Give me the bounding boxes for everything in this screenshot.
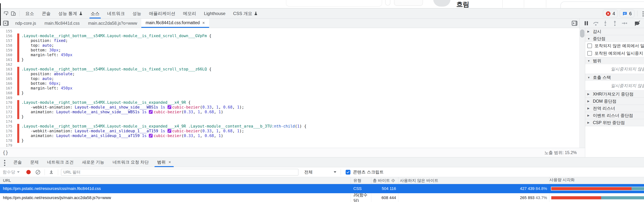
- inspect-element-icon[interactable]: [3, 10, 9, 17]
- navigator-toggle-icon[interactable]: [2, 20, 9, 26]
- panel-tab-콘솔[interactable]: 콘솔: [38, 8, 54, 18]
- step-over-icon[interactable]: [592, 20, 599, 27]
- file-tab-main.acc2da58.js?o=www[interactable]: main.acc2da58.js?o=www: [84, 19, 142, 28]
- column-header-URL[interactable]: URL: [0, 178, 350, 183]
- pretty-print-icon[interactable]: {}: [2, 150, 8, 155]
- line-number[interactable]: 158: [0, 43, 12, 48]
- drawer-tab-범위[interactable]: 범위×: [153, 157, 175, 167]
- code-token: (: [200, 129, 202, 133]
- line-number[interactable]: 166: [0, 81, 12, 86]
- line-number[interactable]: 172: [0, 110, 12, 114]
- step-out-icon[interactable]: [612, 20, 618, 27]
- close-icon[interactable]: ×: [168, 160, 171, 165]
- console-messages-badge[interactable]: 6: [620, 10, 634, 17]
- checkbox[interactable]: [587, 51, 592, 56]
- bezier-swatch-icon[interactable]: [168, 105, 171, 109]
- column-header-총 바이트 수[interactable]: 총 바이트 수: [371, 177, 398, 184]
- drawer-tab-네트워크 조건[interactable]: 네트워크 조건: [43, 157, 78, 167]
- bezier-swatch-icon[interactable]: [149, 110, 153, 114]
- export-coverage-icon[interactable]: [48, 169, 54, 176]
- drawer-tab-네트워크 요청 차단[interactable]: 네트워크 요청 차단: [108, 157, 153, 167]
- debugger-sidebar-toggle-icon[interactable]: [571, 20, 578, 26]
- close-icon[interactable]: ×: [202, 20, 205, 25]
- line-number[interactable]: 177: [0, 133, 12, 138]
- drawer-tab-문제[interactable]: 문제: [26, 157, 43, 167]
- bezier-swatch-icon[interactable]: [168, 129, 171, 133]
- coverage-row[interactable]: https://pm.pstatic.net/resources/css/mai…: [0, 184, 644, 193]
- pause-script-icon[interactable]: [583, 20, 590, 27]
- line-number[interactable]: 171: [0, 105, 12, 110]
- column-header-사용하지 않은 바이트[interactable]: 사용하지 않은 바이트: [398, 177, 549, 184]
- code-token: ,: [212, 105, 216, 109]
- line-number[interactable]: 164: [0, 72, 12, 76]
- sidebar-section-header[interactable]: ▼중단점: [585, 35, 644, 42]
- line-number[interactable]: 161: [0, 57, 12, 62]
- code-token: [165, 105, 168, 109]
- line-number[interactable]: 162: [0, 62, 12, 67]
- devtools-menu-icon[interactable]: [642, 11, 644, 18]
- checkbox[interactable]: [587, 43, 592, 48]
- record-coverage-button[interactable]: [25, 169, 32, 176]
- panel-tab-네트워크[interactable]: 네트워크: [103, 8, 129, 18]
- column-header-사용량 시각화[interactable]: 사용량 시각화: [549, 177, 644, 184]
- deactivate-breakpoints-icon[interactable]: [634, 20, 641, 27]
- file-tab-ndp-core.js[interactable]: ndp-core.js: [11, 19, 40, 28]
- sidebar-section-header[interactable]: ▶전역 리스너: [585, 105, 644, 112]
- line-number[interactable]: 156: [0, 33, 12, 38]
- line-number[interactable]: 176: [0, 129, 12, 133]
- clear-coverage-icon[interactable]: [35, 169, 41, 176]
- code-editor[interactable]: 155156.Layout-module__right_bottom___s54…: [0, 28, 579, 148]
- bezier-swatch-icon[interactable]: [149, 134, 153, 138]
- line-number[interactable]: 159: [0, 48, 12, 52]
- panel-tab-애플리케이션[interactable]: 애플리케이션: [145, 8, 179, 18]
- file-tab-main.f6c8441d.css:formatted[interactable]: main.f6c8441d.css:formatted×: [141, 19, 209, 28]
- coverage-table-header[interactable]: URL유형총 바이트 수사용하지 않은 바이트사용량 시각화: [0, 177, 644, 184]
- code-token: -webkit-animation: [31, 105, 70, 109]
- sidebar-section-header[interactable]: ▶CSP 위반 중단점: [585, 119, 644, 126]
- line-number[interactable]: 167: [0, 86, 12, 91]
- step-icon[interactable]: [621, 20, 628, 27]
- panel-tab-요소[interactable]: 요소: [22, 8, 38, 18]
- panel-tab-성능[interactable]: 성능: [129, 8, 145, 18]
- line-number[interactable]: 175: [0, 124, 12, 129]
- line-number[interactable]: 178: [0, 138, 12, 143]
- code-text: .Layout-module__right_bottom___s54MX.Lay…: [19, 100, 190, 105]
- line-number[interactable]: 169: [0, 95, 12, 100]
- sidebar-section-header[interactable]: ▶감시: [585, 28, 644, 35]
- line-number[interactable]: 163: [0, 67, 12, 72]
- coverage-mode-select[interactable]: 함수당: [2, 169, 20, 175]
- drawer-menu-icon[interactable]: [4, 160, 6, 167]
- file-tab-main.f6c8441d.css[interactable]: main.f6c8441d.css: [40, 19, 84, 28]
- editor-scrollbar[interactable]: [579, 28, 585, 157]
- panel-tab-Lighthouse[interactable]: Lighthouse: [200, 8, 229, 18]
- panel-tab-메모리[interactable]: 메모리: [179, 8, 200, 18]
- sidebar-section-header[interactable]: ▶DOM 중단점: [585, 98, 644, 105]
- device-toolbar-icon[interactable]: [10, 10, 16, 17]
- sidebar-section-header[interactable]: ▶이벤트 리스너 중단점: [585, 112, 644, 119]
- line-number[interactable]: 170: [0, 100, 12, 105]
- column-header-유형[interactable]: 유형: [350, 177, 371, 184]
- url-filter-input[interactable]: [61, 169, 298, 176]
- scrollbar-thumb[interactable]: [580, 29, 584, 37]
- drawer-tab-새로운 기능[interactable]: 새로운 기능: [78, 157, 108, 167]
- line-number[interactable]: 165: [0, 76, 12, 81]
- line-number[interactable]: 179: [0, 143, 12, 148]
- sidebar-section-header[interactable]: ▼범위: [585, 57, 644, 64]
- sidebar-section-header[interactable]: ▶XHR/가져오기 중단점: [585, 91, 644, 98]
- panel-tab-CSS 개요[interactable]: CSS 개요: [229, 8, 262, 18]
- line-number[interactable]: 160: [0, 52, 12, 57]
- line-number[interactable]: 168: [0, 91, 12, 95]
- line-number[interactable]: 157: [0, 38, 12, 43]
- line-number[interactable]: 174: [0, 119, 12, 124]
- sidebar-section-header[interactable]: ▼호출 스택: [585, 74, 644, 81]
- drawer-tab-콘솔[interactable]: 콘솔: [9, 157, 26, 167]
- console-errors-badge[interactable]: 4: [603, 10, 618, 17]
- step-into-icon[interactable]: [602, 20, 609, 27]
- line-number[interactable]: 173: [0, 114, 12, 119]
- coverage-row[interactable]: https://pm.pstatic.net/resources/js/main…: [0, 193, 644, 202]
- content-scripts-checkbox[interactable]: [346, 170, 350, 175]
- panel-tab-소스[interactable]: 소스: [87, 8, 103, 18]
- panel-tab-성능 통계[interactable]: 성능 통계: [54, 8, 87, 18]
- coverage-type-select[interactable]: 전체: [304, 169, 336, 175]
- line-number[interactable]: 155: [0, 29, 12, 33]
